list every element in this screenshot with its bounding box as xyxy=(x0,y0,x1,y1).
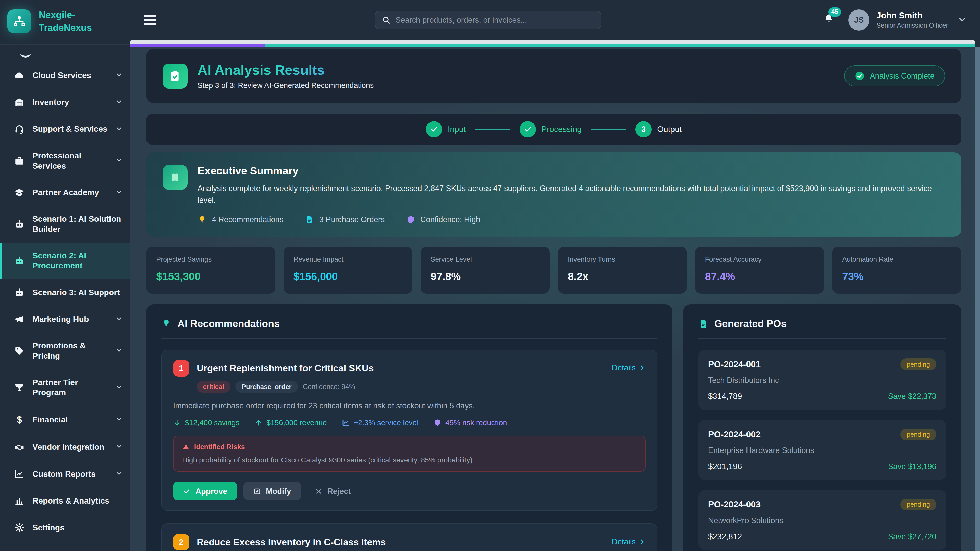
sidebar-item-professional-services[interactable]: Professional Services xyxy=(0,143,130,179)
avatar[interactable]: JS xyxy=(848,10,870,30)
chevron-down-icon xyxy=(116,442,123,452)
step-check-icon xyxy=(426,121,442,138)
confidence-label: Confidence: 94% xyxy=(303,383,355,391)
sidebar-item-vendor-integration[interactable]: Vendor Integration xyxy=(0,434,130,461)
header-right-cluster: 45 JS John Smith Senior Admission Office… xyxy=(823,10,966,30)
po-amount: $232,812 xyxy=(708,532,742,541)
step-label: Processing xyxy=(542,124,582,134)
check-circle-icon xyxy=(855,71,865,81)
metric-service-level: Service Level 97.8% xyxy=(421,247,550,294)
sidebar-item-scenario-2[interactable]: Scenario 2: AI Procurement xyxy=(0,243,130,279)
user-name: John Smith xyxy=(877,11,948,21)
priority-number-badge: 2 xyxy=(173,534,189,551)
sidebar-item-inventory[interactable]: Inventory xyxy=(0,89,130,116)
sidebar-item-financial[interactable]: $ Financial xyxy=(0,406,130,434)
stat-confidence: Confidence: High xyxy=(406,215,480,224)
details-link[interactable]: Details xyxy=(612,537,646,546)
sidebar-item-scenario-1[interactable]: Scenario 1: AI Solution Builder xyxy=(0,206,130,243)
arrow-down-icon xyxy=(173,419,181,427)
po-supplier: Enterprise Hardware Solutions xyxy=(708,446,936,455)
chevron-down-icon xyxy=(116,415,123,425)
details-link[interactable]: Details xyxy=(612,363,646,372)
executive-summary-stats: 4 Recommendations 3 Purchase Orders Conf… xyxy=(197,215,945,224)
impact-savings: $12,400 savings xyxy=(173,418,239,427)
sidebar-item-promotions-pricing[interactable]: Promotions & Pricing xyxy=(0,333,130,369)
recommendation-title-row: 2 Reduce Excess Inventory in C-Class Ite… xyxy=(173,534,646,551)
shield-icon xyxy=(406,215,415,224)
brand-header[interactable]: Nexgile-TradeNexus xyxy=(0,0,130,44)
user-info[interactable]: John Smith Senior Admission Officer xyxy=(877,11,948,29)
po-amount: $314,789 xyxy=(708,392,742,401)
impact-revenue: $156,000 revenue xyxy=(255,418,327,427)
impact-metrics-row: $12,400 savings $156,000 revenue +2.3% s… xyxy=(173,418,646,427)
reject-button[interactable]: Reject xyxy=(307,482,358,500)
clipboard-check-icon xyxy=(162,64,188,89)
scrolled-item-partial[interactable] xyxy=(0,46,130,62)
risk-description: High probability of stockout for Cisco C… xyxy=(182,456,636,464)
search-input[interactable] xyxy=(396,16,595,24)
sidebar-item-custom-reports[interactable]: Custom Reports xyxy=(0,461,130,487)
gear-icon xyxy=(14,522,25,533)
recommendations-header: AI Recommendations xyxy=(161,318,658,338)
search-icon xyxy=(382,16,390,24)
page-title-block: AI Analysis Results Step 3 of 3: Review … xyxy=(197,62,374,89)
recommendation-description: Immediate purchase order required for 23… xyxy=(173,401,646,410)
chart-line-icon xyxy=(342,419,350,427)
po-card-2[interactable]: PO-2024-002 pending Enterprise Hardware … xyxy=(698,420,946,480)
chevron-down-icon xyxy=(116,70,123,81)
wizard-progress-bar xyxy=(130,44,975,47)
chevron-down-icon[interactable] xyxy=(958,14,966,25)
warehouse-icon xyxy=(14,97,25,108)
user-role: Senior Admission Officer xyxy=(877,22,948,29)
type-badge: Purchase_order xyxy=(235,381,298,392)
recommendation-card-1: 1 Urgent Replenishment for Critical SKUs… xyxy=(161,350,658,511)
sidebar-item-label: Custom Reports xyxy=(32,469,108,479)
sidebar-item-partner-tier-program[interactable]: Partner Tier Program xyxy=(0,369,130,406)
status-label: Analysis Complete xyxy=(870,71,934,80)
sidebar-item-label: Marketing Hub xyxy=(32,314,108,324)
panel-title: AI Recommendations xyxy=(177,318,280,329)
po-card-3[interactable]: PO-2024-003 pending NetworkPro Solutions… xyxy=(698,490,946,550)
po-status-badge: pending xyxy=(900,359,936,370)
po-savings: Save $22,373 xyxy=(888,392,936,401)
sidebar-item-cloud-services[interactable]: Cloud Services xyxy=(0,62,130,89)
executive-summary-body: Executive Summary Analysis complete for … xyxy=(197,165,945,224)
sidebar-item-partner-academy[interactable]: Partner Academy xyxy=(0,179,130,206)
step-number: 3 xyxy=(635,121,652,138)
page-subtitle: Step 3 of 3: Review AI-Generated Recomme… xyxy=(197,81,374,90)
arrow-up-icon xyxy=(255,419,262,427)
sidebar-item-support-services[interactable]: Support & Services xyxy=(0,116,130,143)
chevron-down-icon xyxy=(116,187,123,198)
global-search xyxy=(375,11,601,29)
stat-recommendations: 4 Recommendations xyxy=(197,215,283,224)
sidebar-item-reports-analytics[interactable]: Reports & Analytics xyxy=(0,487,130,514)
recommendation-title: Urgent Replenishment for Critical SKUs xyxy=(197,360,612,376)
megaphone-icon xyxy=(14,314,25,325)
po-card-1[interactable]: PO-2024-001 pending Tech Distributors In… xyxy=(698,350,946,410)
lightbulb-icon xyxy=(161,319,171,329)
sidebar-item-label: Partner Tier Program xyxy=(32,378,108,398)
modify-button[interactable]: Modify xyxy=(243,482,301,500)
risks-title-row: Identified Risks xyxy=(182,443,636,451)
recommendation-badges: critical Purchase_order Confidence: 94% xyxy=(197,381,646,392)
hamburger-menu-icon[interactable] xyxy=(144,15,156,25)
po-id: PO-2024-002 xyxy=(708,430,761,440)
notifications-button[interactable]: 45 xyxy=(823,13,835,27)
metric-inventory-turns: Inventory Turns 8.2x xyxy=(558,247,687,294)
sidebar-item-marketing-hub[interactable]: Marketing Hub xyxy=(0,306,130,333)
vertical-scrollbar[interactable] xyxy=(975,47,980,551)
step-label: Input xyxy=(448,124,466,134)
sidebar-item-scenario-3[interactable]: Scenario 3: AI Support xyxy=(0,279,130,306)
approve-button[interactable]: Approve xyxy=(173,482,237,500)
priority-number-badge: 1 xyxy=(173,360,189,376)
chevron-right-icon xyxy=(638,364,646,372)
x-icon xyxy=(315,487,322,495)
sidebar-item-settings[interactable]: Settings xyxy=(0,514,130,541)
sidebar-nav: Cloud Services Inventory Support & Servi… xyxy=(0,44,130,551)
metric-projected-savings: Projected Savings $153,300 xyxy=(146,247,275,294)
horizontal-scrollbar[interactable] xyxy=(130,40,975,44)
sidebar-item-label: Cloud Services xyxy=(32,70,108,81)
wizard-steps: Input Processing 3 Output xyxy=(146,114,961,145)
main-area: 45 JS John Smith Senior Admission Office… xyxy=(130,0,980,551)
robot-icon xyxy=(14,219,25,230)
